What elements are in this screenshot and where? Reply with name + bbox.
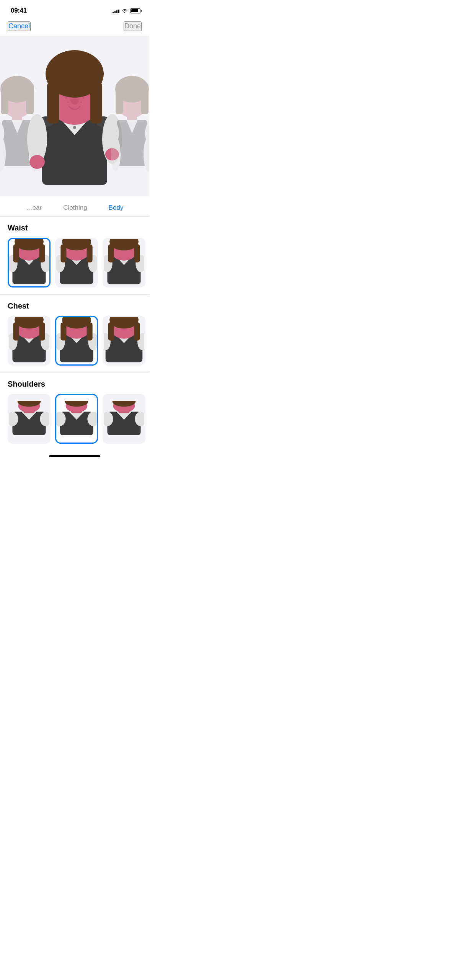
status-icons xyxy=(113,8,142,13)
waist-option-2[interactable] xyxy=(55,238,98,287)
svg-rect-40 xyxy=(47,82,59,124)
svg-rect-71 xyxy=(86,245,92,263)
shoulders-option-1[interactable] xyxy=(8,394,51,444)
signal-icon xyxy=(113,8,119,13)
svg-point-20 xyxy=(29,155,45,169)
wifi-icon xyxy=(122,8,128,13)
svg-rect-50 xyxy=(141,83,148,114)
shoulders-option-3[interactable] xyxy=(103,394,145,444)
nav-bar: Cancel Done xyxy=(0,18,149,36)
status-bar: 09:41 xyxy=(0,0,149,18)
done-button[interactable]: Done xyxy=(124,21,142,31)
svg-point-42 xyxy=(46,59,103,89)
svg-rect-89 xyxy=(39,323,45,341)
tab-headwear[interactable]: …ear xyxy=(15,203,53,213)
svg-point-27 xyxy=(82,96,84,99)
chest-grid xyxy=(8,316,142,366)
svg-rect-80 xyxy=(134,245,140,263)
svg-rect-6 xyxy=(1,83,8,114)
svg-point-30 xyxy=(71,98,78,105)
content-area: Waist xyxy=(0,217,149,448)
avatar-preview xyxy=(0,36,149,196)
svg-rect-106 xyxy=(108,323,114,341)
cancel-button[interactable]: Cancel xyxy=(8,21,31,31)
svg-point-52 xyxy=(111,137,121,172)
svg-rect-88 xyxy=(13,323,19,341)
waist-title: Waist xyxy=(8,224,142,232)
svg-rect-97 xyxy=(60,323,66,341)
waist-option-3[interactable] xyxy=(103,238,145,287)
svg-point-28 xyxy=(67,101,69,103)
status-time: 09:41 xyxy=(11,7,27,15)
waist-section: Waist xyxy=(0,217,149,291)
chest-option-3[interactable] xyxy=(103,316,145,366)
battery-icon xyxy=(130,8,142,13)
chest-title: Chest xyxy=(8,302,142,310)
svg-point-24 xyxy=(65,96,67,99)
chest-option-2[interactable] xyxy=(55,316,98,366)
svg-rect-107 xyxy=(134,323,140,341)
shoulders-section: Shoulders xyxy=(0,373,149,448)
svg-rect-61 xyxy=(13,245,19,263)
avatar-side-right xyxy=(107,59,149,189)
svg-rect-79 xyxy=(108,245,114,263)
shoulders-title: Shoulders xyxy=(8,380,142,389)
svg-rect-98 xyxy=(86,323,92,341)
svg-point-29 xyxy=(80,101,82,103)
svg-rect-70 xyxy=(60,245,66,263)
tab-body[interactable]: Body xyxy=(98,203,134,213)
shoulders-grid xyxy=(8,394,142,444)
waist-option-1[interactable] xyxy=(8,238,51,287)
svg-point-13 xyxy=(73,126,76,129)
tab-clothing[interactable]: Clothing xyxy=(52,203,98,213)
shoulders-option-2[interactable] xyxy=(55,394,98,444)
home-indicator xyxy=(49,455,100,457)
chest-option-1[interactable] xyxy=(8,316,51,366)
svg-rect-41 xyxy=(90,82,102,124)
tab-selector: …ear Clothing Body xyxy=(0,196,149,217)
svg-rect-49 xyxy=(116,83,123,114)
chest-section: Chest xyxy=(0,295,149,369)
home-indicator-container xyxy=(0,448,149,462)
waist-grid xyxy=(8,238,142,287)
svg-rect-62 xyxy=(39,245,45,263)
